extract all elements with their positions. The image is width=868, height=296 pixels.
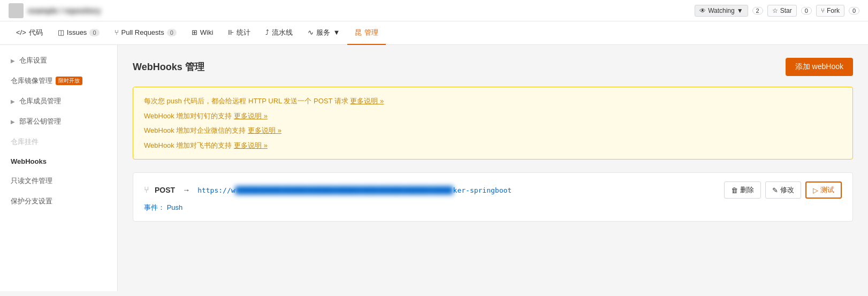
sidebar-label-readonly-files: 只读文件管理: [11, 176, 52, 186]
edit-label: 修改: [780, 185, 794, 195]
star-button[interactable]: ☆ Star: [767, 5, 797, 17]
watch-label: Watching: [708, 7, 735, 14]
issues-badge: 0: [89, 29, 99, 36]
main-layout: ▶ 仓库设置 仓库镜像管理 限时开放 ▶ 仓库成员管理 ▶ 部署公钥管理 仓库挂…: [0, 45, 868, 291]
webhook-method: POST: [155, 186, 175, 194]
webhook-url-suffix: ker-springboot: [453, 186, 512, 194]
webhook-top-row: ⑂ POST → https://w██████████████████████…: [144, 181, 842, 199]
sidebar-label-repo-mirror: 仓库镜像管理: [11, 76, 52, 86]
footer: CSDN @lakernote: [0, 291, 868, 296]
tab-manage-label: 管理: [364, 28, 378, 37]
sidebar-label-webhooks: WebHooks: [11, 157, 47, 165]
info-text-3: WebHook 增加对企业微信的支持: [144, 126, 248, 134]
sidebar-item-repo-members[interactable]: ▶ 仓库成员管理: [0, 91, 117, 111]
webhook-item: ⑂ POST → https://w██████████████████████…: [133, 172, 853, 222]
info-link-2[interactable]: 更多说明 »: [234, 112, 268, 120]
limited-badge: 限时开放: [56, 77, 82, 85]
hook-icon: ⑂: [144, 185, 149, 195]
fork-count: 0: [849, 7, 859, 14]
sidebar-item-repo-mirror[interactable]: 仓库镜像管理 限时开放: [0, 71, 117, 91]
sidebar-item-protect-branch[interactable]: 保护分支设置: [0, 191, 117, 211]
watch-button[interactable]: 👁 Watching ▼: [695, 5, 748, 17]
tab-stats-label: 统计: [237, 28, 250, 37]
sidebar-item-readonly-files[interactable]: 只读文件管理: [0, 171, 117, 191]
pr-badge: 0: [167, 29, 177, 36]
fork-button[interactable]: ⑂ Fork: [816, 5, 844, 17]
sidebar-item-repo-settings[interactable]: ▶ 仓库设置: [0, 50, 117, 71]
tab-stats[interactable]: ⊪ 统计: [220, 21, 258, 45]
repo-identity: example / repository: [9, 3, 101, 18]
info-link-3[interactable]: 更多说明 »: [248, 126, 281, 134]
sidebar-item-deploy-keys[interactable]: ▶ 部署公钥管理: [0, 111, 117, 132]
webhook-url: https://w███████████████████████████████…: [197, 186, 512, 194]
webhook-event: 事件： Push: [144, 203, 842, 212]
test-webhook-button[interactable]: ▷ 测试: [805, 181, 842, 199]
tab-wiki[interactable]: ⊞ Wiki: [184, 21, 221, 45]
fork-label: Fork: [827, 7, 840, 14]
watch-dropdown-icon: ▼: [737, 7, 743, 14]
tab-pr-label: Pull Requests: [121, 28, 164, 36]
tab-code[interactable]: </> 代码: [9, 21, 50, 45]
star-icon: ☆: [772, 7, 778, 14]
nav-tabs: </> 代码 ◫ Issues 0 ⑂ Pull Requests 0 ⊞ Wi…: [0, 21, 868, 45]
webhook-actions: 🗑 删除 ✎ 修改 ▷ 测试: [724, 181, 842, 199]
tab-manage[interactable]: 昆 管理: [347, 21, 386, 45]
issues-icon: ◫: [58, 28, 64, 36]
add-webhook-button[interactable]: 添加 webHook: [786, 58, 853, 76]
info-link-4[interactable]: 更多说明 »: [234, 141, 268, 149]
pipeline-icon: ⤴: [265, 28, 269, 36]
sidebar-item-repo-hooks: 仓库挂件: [0, 132, 117, 152]
info-text-2: WebHook 增加对钉钉的支持: [144, 112, 234, 120]
pr-icon: ⑂: [115, 28, 119, 36]
tab-code-label: 代码: [29, 28, 43, 37]
service-dropdown-icon: ▼: [333, 28, 340, 36]
top-bar: example / repository 👁 Watching ▼ 2 ☆ St…: [0, 0, 868, 21]
edit-webhook-button[interactable]: ✎ 修改: [765, 181, 801, 199]
sidebar: ▶ 仓库设置 仓库镜像管理 限时开放 ▶ 仓库成员管理 ▶ 部署公钥管理 仓库挂…: [0, 45, 118, 291]
stats-icon: ⊪: [228, 28, 234, 36]
test-label: 测试: [820, 185, 834, 195]
star-label: Star: [780, 7, 792, 14]
test-icon: ▷: [813, 186, 818, 194]
repo-logo: [9, 3, 24, 18]
fork-icon: ⑂: [821, 7, 825, 14]
manage-icon: 昆: [355, 28, 362, 37]
info-text-1: 每次您 push 代码后，都会给远程 HTTP URL 发送一个 POST 请求: [144, 97, 350, 105]
webhook-url-row: ⑂ POST → https://w██████████████████████…: [144, 185, 512, 195]
event-value: Push: [167, 203, 183, 211]
delete-webhook-button[interactable]: 🗑 删除: [724, 181, 761, 199]
tab-pipeline-label: 流水线: [272, 28, 293, 37]
tab-pr[interactable]: ⑂ Pull Requests 0: [107, 21, 184, 45]
info-link-1[interactable]: 更多说明 »: [350, 97, 384, 105]
sidebar-label-deploy-keys: 部署公钥管理: [19, 117, 61, 126]
edit-icon: ✎: [772, 186, 778, 194]
webhook-url-prefix: https://w: [197, 186, 235, 194]
delete-icon: 🗑: [731, 186, 738, 194]
content-area: WebHooks 管理 添加 webHook 每次您 push 代码后，都会给远…: [118, 45, 868, 291]
tab-pipeline[interactable]: ⤴ 流水线: [258, 21, 300, 45]
info-text-4: WebHook 增加对飞书的支持: [144, 141, 234, 149]
tab-wiki-label: Wiki: [200, 28, 214, 36]
info-line-4: WebHook 增加对飞书的支持 更多说明 »: [144, 140, 842, 151]
sidebar-item-webhooks[interactable]: WebHooks: [0, 152, 117, 171]
tab-service[interactable]: ∿ 服务 ▼: [300, 21, 347, 45]
content-header: WebHooks 管理 添加 webHook: [133, 58, 853, 76]
webhook-arrow: →: [182, 186, 190, 194]
wiki-icon: ⊞: [192, 28, 197, 36]
arrow-icon: ▶: [11, 98, 15, 104]
page-title: WebHooks 管理: [133, 60, 204, 73]
arrow-icon: ▶: [11, 58, 15, 64]
eye-icon: 👁: [699, 7, 706, 14]
tab-issues[interactable]: ◫ Issues 0: [50, 21, 107, 45]
sidebar-label-repo-hooks: 仓库挂件: [11, 137, 39, 147]
sidebar-label-protect-branch: 保护分支设置: [11, 196, 52, 206]
delete-label: 删除: [740, 185, 754, 195]
tab-service-label: 服务: [316, 28, 330, 37]
star-count: 0: [801, 7, 812, 14]
code-icon: </>: [16, 28, 26, 36]
tab-issues-label: Issues: [67, 28, 87, 36]
repo-name: example / repository: [28, 6, 101, 15]
repo-actions: 👁 Watching ▼ 2 ☆ Star 0 ⑂ Fork 0: [695, 5, 859, 17]
sidebar-label-repo-settings: 仓库设置: [19, 56, 47, 65]
watch-count: 2: [752, 7, 763, 14]
